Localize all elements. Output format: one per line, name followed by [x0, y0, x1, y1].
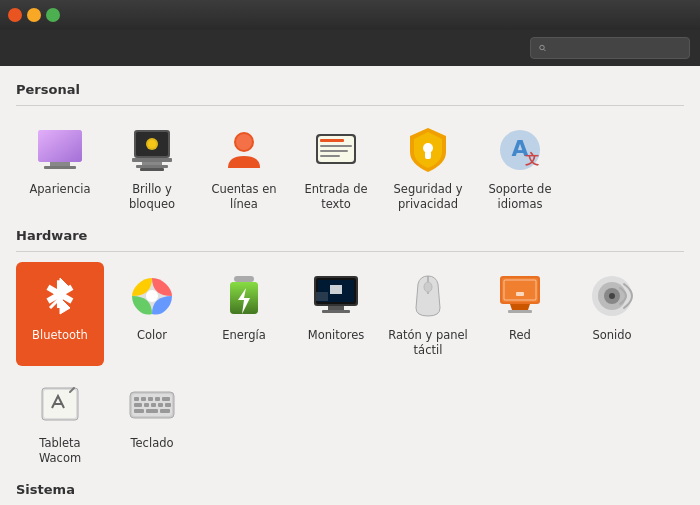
svg-rect-9: [132, 158, 172, 162]
svg-point-50: [609, 293, 615, 299]
section-title-hardware: Hardware: [16, 228, 684, 243]
search-icon: [539, 41, 546, 55]
svg-rect-45: [508, 310, 532, 313]
teclado-icon: [126, 378, 178, 430]
svg-rect-39: [316, 292, 328, 301]
sonido-label: Sonido: [592, 328, 631, 343]
icon-item-cuentas[interactable]: Cuentas enlínea: [200, 116, 288, 220]
icon-item-brillo[interactable]: Brillo ybloqueo: [108, 116, 196, 220]
entrada-label: Entrada detexto: [304, 182, 367, 212]
sonido-icon: [586, 270, 638, 322]
tableta-label: TabletaWacom: [39, 436, 81, 466]
titlebar: [0, 0, 700, 30]
energia-icon: [218, 270, 270, 322]
svg-rect-59: [155, 397, 160, 401]
icon-item-raton[interactable]: Ratón y paneltáctil: [384, 262, 472, 366]
bluetooth-label: Bluetooth: [32, 328, 88, 343]
svg-rect-10: [142, 162, 162, 165]
svg-rect-11: [136, 165, 168, 168]
entrada-icon: [310, 124, 362, 176]
monitores-icon: [310, 270, 362, 322]
color-icon: [126, 270, 178, 322]
icon-item-red[interactable]: Red: [476, 262, 564, 366]
svg-point-41: [424, 282, 432, 292]
section-divider-personal: [16, 105, 684, 106]
svg-rect-66: [134, 409, 144, 413]
icon-item-monitores[interactable]: Monitores: [292, 262, 380, 366]
brillo-icon: [126, 124, 178, 176]
soporte-label: Soporte deidiomas: [488, 182, 551, 212]
svg-rect-67: [146, 409, 158, 413]
svg-rect-4: [50, 162, 70, 166]
svg-rect-68: [160, 409, 170, 413]
svg-rect-43: [502, 278, 538, 302]
svg-point-14: [148, 140, 156, 148]
icon-item-teclado[interactable]: Teclado: [108, 370, 196, 474]
icon-item-seguridad[interactable]: Seguridad yprivacidad: [384, 116, 472, 220]
icon-item-sonido[interactable]: Sonido: [568, 262, 656, 366]
section-title-personal: Personal: [16, 82, 684, 97]
icon-item-entrada[interactable]: Entrada detexto: [292, 116, 380, 220]
settings-content: PersonalAparienciaBrillo ybloqueoCuentas…: [0, 66, 700, 505]
raton-icon: [402, 270, 454, 322]
svg-rect-31: [234, 276, 254, 282]
monitores-label: Monitores: [308, 328, 365, 343]
svg-rect-56: [134, 397, 139, 401]
search-input[interactable]: [551, 41, 681, 55]
red-icon: [494, 270, 546, 322]
svg-rect-5: [44, 166, 76, 169]
maximize-button[interactable]: [46, 8, 60, 22]
svg-text:文: 文: [525, 151, 539, 167]
icon-item-energia[interactable]: Energía: [200, 262, 288, 366]
svg-rect-61: [134, 403, 142, 407]
energia-label: Energía: [222, 328, 266, 343]
section-title-sistema: Sistema: [16, 482, 684, 497]
icon-item-soporte[interactable]: A文Soporte deidiomas: [476, 116, 564, 220]
toolbar: [0, 30, 700, 66]
icon-item-apariencia[interactable]: Apariencia: [16, 116, 104, 220]
brillo-label: Brillo ybloqueo: [129, 182, 175, 212]
section-divider-hardware: [16, 251, 684, 252]
svg-point-16: [236, 134, 252, 150]
icon-item-tableta[interactable]: TabletaWacom: [16, 370, 104, 474]
search-box[interactable]: [530, 37, 690, 59]
svg-rect-63: [151, 403, 156, 407]
apariencia-icon: [34, 124, 86, 176]
svg-rect-22: [320, 155, 340, 157]
svg-rect-21: [320, 150, 348, 152]
tableta-icon: [34, 378, 86, 430]
svg-rect-38: [330, 285, 342, 294]
svg-rect-60: [162, 397, 170, 401]
svg-rect-65: [165, 403, 171, 407]
apariencia-label: Apariencia: [29, 182, 90, 197]
svg-rect-20: [320, 145, 352, 147]
icon-grid-hardware: ✱BluetoothColorEnergíaMonitoresRatón y p…: [16, 262, 684, 474]
svg-point-30: [146, 290, 158, 302]
close-button[interactable]: [8, 8, 22, 22]
svg-rect-62: [144, 403, 149, 407]
svg-rect-37: [322, 310, 350, 313]
svg-rect-58: [148, 397, 153, 401]
svg-rect-46: [516, 292, 524, 296]
svg-rect-19: [320, 139, 344, 142]
color-label: Color: [137, 328, 167, 343]
svg-rect-3: [38, 130, 82, 162]
svg-rect-12: [140, 168, 164, 171]
svg-line-1: [544, 49, 546, 51]
icon-item-color[interactable]: Color: [108, 262, 196, 366]
icon-grid-personal: AparienciaBrillo ybloqueoCuentas enlínea…: [16, 116, 684, 220]
teclado-label: Teclado: [130, 436, 173, 451]
bluetooth-icon: ✱: [34, 270, 86, 322]
red-label: Red: [509, 328, 531, 343]
minimize-button[interactable]: [27, 8, 41, 22]
icon-item-bluetooth[interactable]: ✱Bluetooth: [16, 262, 104, 366]
cuentas-icon: [218, 124, 270, 176]
svg-rect-57: [141, 397, 146, 401]
cuentas-label: Cuentas enlínea: [211, 182, 276, 212]
seguridad-icon: [402, 124, 454, 176]
soporte-icon: A文: [494, 124, 546, 176]
svg-rect-64: [158, 403, 163, 407]
seguridad-label: Seguridad yprivacidad: [394, 182, 463, 212]
svg-point-0: [540, 45, 545, 50]
svg-rect-24: [425, 151, 431, 159]
